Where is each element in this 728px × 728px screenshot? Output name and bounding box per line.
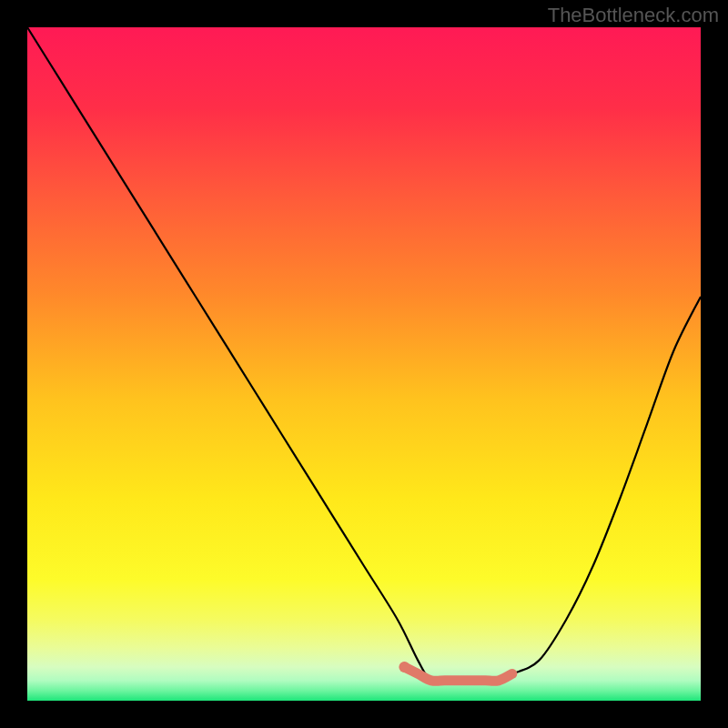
plot-area <box>27 27 701 701</box>
bottleneck-curve <box>27 27 701 682</box>
curve-layer <box>27 27 701 701</box>
watermark-text: TheBottleneck.com <box>548 4 719 27</box>
sweet-spot-marker <box>399 662 410 672</box>
chart-container: TheBottleneck.com <box>0 0 728 728</box>
sweet-spot-band <box>404 667 511 681</box>
